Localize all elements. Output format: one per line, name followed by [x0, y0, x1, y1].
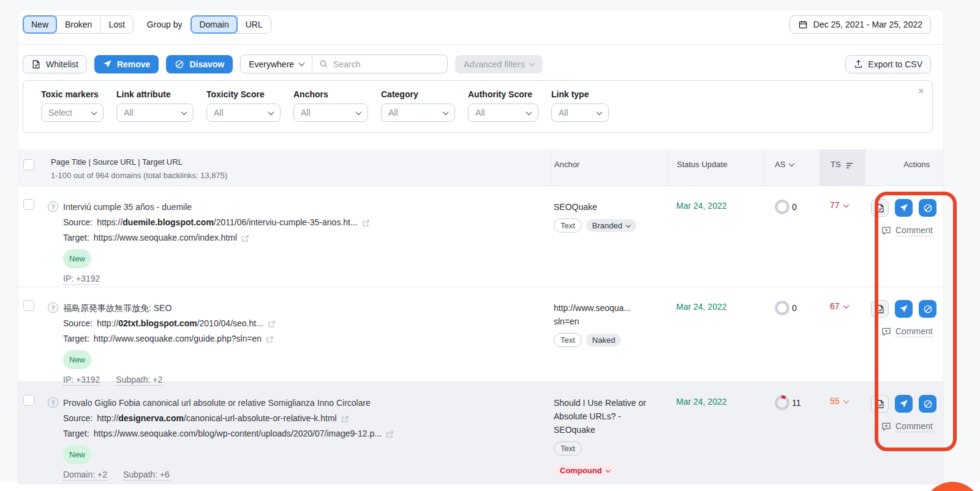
group-by-tabs: DomainURL — [190, 15, 271, 34]
whitelist-action-button[interactable] — [871, 199, 889, 217]
tab-new[interactable]: New — [23, 16, 56, 33]
source-url-line: Source:http://designerva.com/canonical-u… — [63, 411, 394, 426]
meta-link[interactable]: Domain: +2 — [63, 470, 107, 481]
help-icon[interactable]: ? — [48, 397, 58, 408]
backlink-audit-panel: NewBrokenLost Group by DomainURL Dec 25,… — [18, 10, 943, 482]
help-icon[interactable]: ? — [48, 201, 58, 212]
whitelist-button[interactable]: Whitelist — [23, 55, 87, 73]
anchor-tag[interactable]: Branded — [586, 219, 636, 232]
chevron-down-icon — [843, 397, 849, 403]
tab-broken[interactable]: Broken — [56, 16, 100, 33]
external-link-icon[interactable] — [341, 415, 349, 423]
filter-select[interactable]: All — [468, 103, 538, 122]
calendar-icon — [798, 20, 808, 29]
anchor-tag: Text — [554, 441, 582, 455]
whitelist-action-button[interactable] — [871, 395, 889, 413]
close-icon[interactable]: × — [918, 86, 924, 96]
remove-button[interactable]: Remove — [94, 55, 159, 73]
export-csv-button[interactable]: Export to CSV — [845, 55, 931, 73]
remove-action-button[interactable] — [895, 300, 913, 318]
date-range-button[interactable]: Dec 25, 2021 - Mar 25, 2022 — [790, 15, 931, 34]
sort-icon — [846, 160, 854, 186]
row-checkbox[interactable] — [23, 395, 34, 406]
export-icon — [854, 59, 863, 69]
anchor-tags: TextCompound — [554, 441, 654, 477]
disavow-action-button[interactable] — [919, 395, 937, 413]
filter-label: Toxicity Score — [206, 89, 281, 99]
external-link-icon[interactable] — [241, 234, 249, 242]
filters-panel: Toxic markersSelectLink attributeAllToxi… — [23, 80, 933, 133]
filter-select[interactable]: All — [116, 103, 194, 122]
disavow-button[interactable]: Disavow — [166, 55, 233, 73]
filter-value: All — [388, 108, 398, 118]
row-title: Interviú cumple 35 años - duemile — [63, 200, 370, 215]
source-url-line: Source:http://02txt.blogspot.com/2010/04… — [63, 316, 276, 331]
anchor-tag[interactable]: Compound — [554, 464, 616, 477]
filter-select[interactable]: Select — [41, 103, 104, 122]
chevron-down-icon — [443, 109, 449, 115]
disavow-action-button[interactable] — [919, 199, 937, 217]
whitelist-label: Whitelist — [46, 59, 78, 69]
filter-select[interactable]: All — [551, 103, 609, 122]
ts-score[interactable]: 55 — [830, 396, 865, 406]
search-input[interactable] — [333, 59, 440, 69]
meta-links: IP: +3192 — [63, 274, 370, 285]
whitelist-action-button[interactable] — [871, 300, 889, 318]
anchor-tag-label: Text — [560, 444, 575, 453]
source-url: https://duemile.blogspot.com/2011/06/int… — [97, 215, 357, 230]
filter-select[interactable]: All — [381, 103, 455, 122]
row-checkbox[interactable] — [23, 300, 34, 311]
anchor-tag-label: Naked — [592, 335, 616, 345]
disavow-action-button[interactable] — [919, 300, 937, 318]
advanced-filters-button[interactable]: Advanced filters — [455, 55, 543, 73]
target-url-line: Target:http://www.seoquake.com/guide.php… — [63, 331, 276, 347]
filter-value: All — [301, 108, 311, 118]
target-label: Target: — [63, 331, 89, 347]
ts-score[interactable]: 67 — [830, 301, 865, 311]
search-icon — [319, 59, 328, 69]
chevron-down-icon — [181, 109, 187, 115]
disavow-label: Disavow — [189, 59, 224, 69]
external-link-icon[interactable] — [268, 320, 276, 328]
column-header-actions: Actions — [865, 149, 943, 186]
remove-action-button[interactable] — [895, 199, 913, 217]
comment-button[interactable]: Comment — [881, 225, 943, 236]
filter-select[interactable]: All — [293, 103, 368, 122]
filter-toxic-markers: Toxic markersSelect — [41, 89, 104, 132]
meta-link[interactable]: IP: +3192 — [63, 274, 100, 285]
filter-category: CategoryAll — [381, 89, 455, 132]
comment-button[interactable]: Comment — [881, 421, 943, 432]
as-donut-icon — [774, 199, 790, 215]
tab-lost[interactable]: Lost — [100, 16, 132, 33]
target-label: Target: — [63, 230, 89, 246]
ts-score[interactable]: 77 — [830, 200, 865, 210]
remove-action-button[interactable] — [895, 395, 913, 413]
row-checkbox[interactable] — [23, 199, 34, 210]
status-date: Mar 24, 2022 — [676, 302, 727, 312]
group-tab-domain[interactable]: Domain — [191, 16, 236, 33]
source-label: Source: — [63, 316, 92, 331]
filter-toxicity-score: Toxicity ScoreAll — [206, 89, 281, 132]
external-link-icon[interactable] — [266, 335, 274, 343]
external-link-icon[interactable] — [362, 219, 370, 227]
help-icon[interactable]: ? — [48, 302, 58, 313]
filter-anchors: AnchorsAll — [293, 89, 368, 132]
select-all-checkbox[interactable] — [23, 159, 34, 170]
source-url: http://02txt.blogspot.com/2010/04/seo.ht… — [97, 316, 263, 331]
group-tab-url[interactable]: URL — [237, 16, 271, 33]
chevron-down-icon — [626, 222, 631, 227]
filter-select[interactable]: All — [206, 103, 281, 122]
scope-select[interactable]: Everywhere — [241, 55, 312, 73]
anchor-tag-label: Compound — [560, 466, 602, 475]
source-label: Source: — [63, 215, 92, 230]
comment-button[interactable]: Comment — [881, 326, 943, 337]
as-value: 0 — [792, 202, 797, 212]
external-link-icon[interactable] — [386, 430, 394, 438]
column-header-as[interactable]: AS — [764, 149, 820, 186]
column-header-ts[interactable]: TS — [820, 149, 865, 186]
meta-link[interactable]: Subpath: +6 — [123, 470, 170, 481]
comment-icon — [881, 327, 891, 337]
filter-link-type: Link typeAll — [551, 89, 609, 132]
anchor-tag-label: Text — [560, 221, 575, 230]
ts-value: 77 — [830, 200, 840, 210]
